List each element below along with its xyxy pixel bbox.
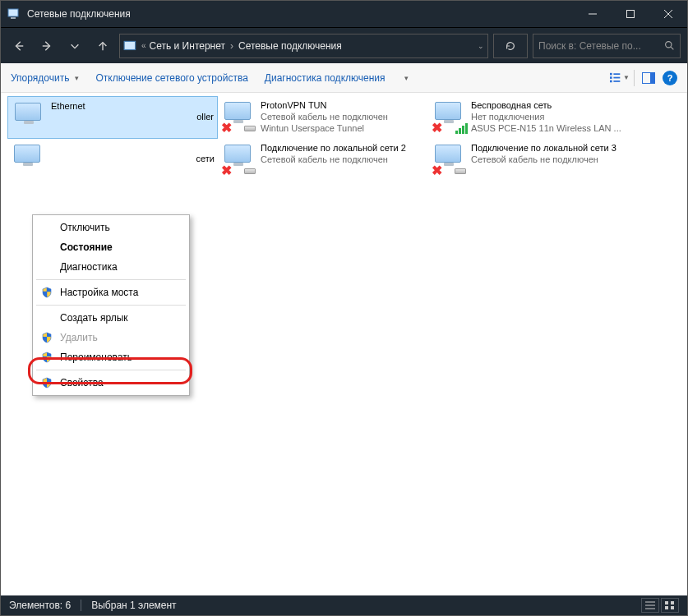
network-adapter-icon: ✖ bbox=[223, 99, 256, 132]
search-icon bbox=[664, 40, 675, 51]
menu-diagnose[interactable]: Диагностика bbox=[35, 257, 187, 277]
shield-icon bbox=[41, 287, 53, 298]
connection-device: Wintun Userspace Tunnel bbox=[261, 122, 388, 134]
connection-text: Подключение по локальной сети 2Сетевой к… bbox=[261, 142, 406, 165]
context-menu: Отключить Состояние Диагностика Настройк… bbox=[32, 214, 190, 396]
app-icon bbox=[7, 7, 21, 21]
connection-device: ASUS PCE-N15 11n Wireless LAN ... bbox=[471, 122, 621, 134]
network-adapter-icon bbox=[12, 142, 45, 175]
shield-icon bbox=[41, 377, 53, 388]
network-adapter-icon: ✖ bbox=[433, 99, 466, 132]
connection-name: Подключение по локальной сети 3 bbox=[471, 142, 616, 154]
menu-rename[interactable]: Переименовать bbox=[35, 347, 187, 367]
network-connections-window: Сетевые подключения « Сеть и Интернет › … bbox=[0, 0, 688, 616]
network-adapter-icon: ✖ bbox=[223, 142, 256, 175]
forward-button[interactable] bbox=[35, 34, 58, 57]
svg-rect-0 bbox=[8, 9, 18, 16]
connection-name: Ethernet bbox=[51, 100, 85, 112]
back-button[interactable] bbox=[7, 34, 30, 57]
network-adapter-icon bbox=[13, 100, 46, 133]
overflow-button[interactable] bbox=[402, 74, 410, 82]
maximize-button[interactable] bbox=[612, 1, 649, 27]
navbar: « Сеть и Интернет › Сетевые подключения … bbox=[1, 27, 687, 63]
svg-rect-13 bbox=[610, 76, 612, 79]
svg-rect-24 bbox=[671, 601, 674, 605]
svg-rect-19 bbox=[650, 73, 654, 83]
titlebar[interactable]: Сетевые подключения bbox=[1, 1, 687, 27]
address-root-icon bbox=[123, 39, 138, 53]
breadcrumb-connections[interactable]: Сетевые подключения bbox=[238, 40, 342, 52]
diagnose-button[interactable]: Диагностика подключения bbox=[265, 72, 386, 84]
organize-button[interactable]: Упорядочить bbox=[11, 72, 79, 84]
truncated-text: oller bbox=[196, 112, 214, 122]
address-bar[interactable]: « Сеть и Интернет › Сетевые подключения … bbox=[119, 34, 488, 58]
svg-rect-26 bbox=[671, 606, 674, 609]
breadcrumb-prefix-chevron: « bbox=[141, 41, 146, 50]
connection-item[interactable]: Ethernetoller bbox=[7, 96, 218, 139]
icons-view-button[interactable] bbox=[661, 598, 679, 613]
connection-name: Беспроводная сеть bbox=[471, 99, 621, 111]
menu-status[interactable]: Состояние bbox=[35, 237, 187, 257]
status-selection: Выбран 1 элемент bbox=[91, 600, 176, 611]
window-controls bbox=[574, 1, 687, 27]
svg-rect-25 bbox=[665, 606, 668, 609]
connection-item[interactable]: ✖Подключение по локальной сети 2Сетевой … bbox=[218, 139, 428, 182]
breadcrumb-network[interactable]: Сеть и Интернет bbox=[150, 40, 225, 52]
menu-properties[interactable]: Свойства bbox=[35, 373, 187, 393]
close-button[interactable] bbox=[649, 1, 687, 27]
menu-bridge[interactable]: Настройка моста bbox=[35, 283, 187, 302]
connection-text: Беспроводная сетьНет подключенияASUS PCE… bbox=[471, 99, 621, 134]
details-view-button[interactable] bbox=[641, 598, 659, 613]
connection-text: Ethernet bbox=[51, 100, 85, 112]
menu-separator bbox=[36, 370, 186, 370]
connection-name: ProtonVPN TUN bbox=[261, 99, 388, 111]
disable-device-button[interactable]: Отключение сетевого устройства bbox=[95, 72, 247, 84]
connection-status: Сетевой кабель не подключен bbox=[261, 111, 388, 122]
truncated-text: сети bbox=[196, 154, 215, 163]
shield-icon bbox=[41, 352, 53, 363]
search-input[interactable]: Поиск в: Сетевые по... bbox=[533, 34, 681, 58]
chevron-right-icon: › bbox=[229, 40, 235, 52]
connection-name: Подключение по локальной сети 2 bbox=[261, 142, 406, 154]
svg-rect-9 bbox=[124, 41, 136, 49]
preview-pane-button[interactable] bbox=[638, 68, 659, 88]
svg-point-10 bbox=[666, 42, 672, 48]
help-button[interactable]: ? bbox=[663, 71, 677, 85]
recent-locations-button[interactable] bbox=[63, 34, 86, 57]
toolbar-separator bbox=[634, 70, 635, 86]
connection-item[interactable]: ✖ProtonVPN TUNСетевой кабель не подключе… bbox=[218, 96, 428, 139]
menu-separator bbox=[36, 305, 186, 306]
connection-status: Сетевой кабель не подключен bbox=[471, 154, 616, 165]
connection-item[interactable]: сети bbox=[7, 139, 218, 182]
connection-item[interactable]: ✖Подключение по локальной сети 3Сетевой … bbox=[428, 139, 639, 182]
menu-disable[interactable]: Отключить bbox=[35, 218, 187, 237]
refresh-button[interactable] bbox=[493, 34, 528, 58]
svg-rect-23 bbox=[665, 601, 668, 605]
up-button[interactable] bbox=[91, 34, 114, 57]
connection-status: Нет подключения bbox=[471, 111, 621, 122]
network-adapter-icon: ✖ bbox=[433, 142, 466, 175]
toolbar: Упорядочить Отключение сетевого устройст… bbox=[1, 63, 687, 93]
svg-rect-3 bbox=[627, 11, 635, 18]
menu-shortcut[interactable]: Создать ярлык bbox=[35, 308, 187, 328]
svg-rect-12 bbox=[610, 72, 612, 75]
content-area[interactable]: Ethernetoller✖ProtonVPN TUNСетевой кабел… bbox=[1, 93, 687, 595]
address-dropdown-icon[interactable]: ⌄ bbox=[478, 42, 484, 50]
view-options-button[interactable]: ▼ bbox=[609, 68, 630, 88]
svg-rect-14 bbox=[610, 80, 612, 82]
status-element-count: Элементов: 6 bbox=[9, 600, 71, 611]
menu-separator bbox=[36, 279, 186, 280]
shield-icon bbox=[41, 332, 53, 343]
minimize-button[interactable] bbox=[574, 1, 612, 27]
menu-delete: Удалить bbox=[35, 328, 187, 347]
svg-line-11 bbox=[671, 47, 673, 49]
connection-status: Сетевой кабель не подключен bbox=[261, 154, 406, 165]
connection-text: ProtonVPN TUNСетевой кабель не подключен… bbox=[261, 99, 388, 134]
connection-text: Подключение по локальной сети 3Сетевой к… bbox=[471, 142, 616, 165]
window-title: Сетевые подключения bbox=[27, 8, 131, 20]
svg-rect-1 bbox=[11, 17, 16, 19]
status-separator bbox=[81, 600, 81, 611]
connection-item[interactable]: ✖Беспроводная сетьНет подключенияASUS PC… bbox=[428, 96, 639, 139]
statusbar: Элементов: 6 Выбран 1 элемент bbox=[1, 595, 687, 615]
search-placeholder: Поиск в: Сетевые по... bbox=[538, 40, 664, 52]
